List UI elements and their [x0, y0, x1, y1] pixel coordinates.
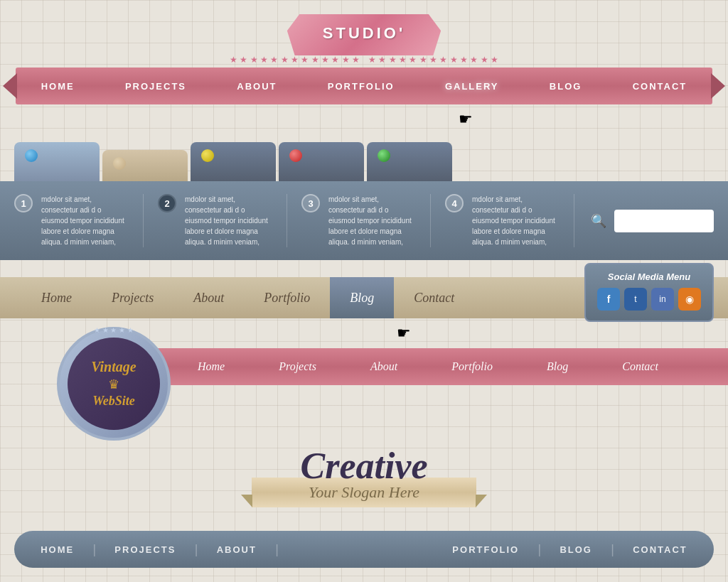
- nav-home[interactable]: HOME: [33, 75, 83, 97]
- beige-nav-projects[interactable]: Projects: [92, 291, 173, 306]
- social-icon-linkedin[interactable]: in: [651, 288, 674, 311]
- creative-section: Creative Your Slogan Here: [0, 448, 728, 507]
- social-media-title: Social Media Menu: [597, 271, 701, 282]
- pink-nav-about[interactable]: About: [370, 360, 397, 373]
- step-num-2: 2: [158, 194, 176, 212]
- divider-1: |: [92, 542, 96, 557]
- nav-about[interactable]: ABOUT: [228, 75, 285, 97]
- nav-portfolio[interactable]: PORTFOLIO: [319, 75, 403, 97]
- social-icons-row: f t in ◉: [597, 288, 701, 311]
- social-icon-facebook[interactable]: f: [597, 288, 620, 311]
- studio-badge: STUDIO': [287, 14, 441, 55]
- vintage-crown-icon: ♛: [108, 377, 119, 392]
- dot-green: [378, 149, 390, 162]
- dot-red: [289, 149, 302, 162]
- bottom-nav-projects[interactable]: PROJECTS: [109, 544, 181, 555]
- tab-section: 1 mdolor sit amet, consectetur adi d o e…: [0, 142, 728, 260]
- bottom-nav: HOME | PROJECTS | ABOUT | PORTFOLIO | BL…: [14, 531, 714, 568]
- bottom-nav-portfolio[interactable]: PORTFOLIO: [446, 544, 525, 555]
- beige-nav-portfolio[interactable]: Portfolio: [244, 291, 330, 306]
- cursor-pointer-2: ☛: [397, 324, 411, 343]
- step-text-4: mdolor sit amet, consectetur adi d o eiu…: [472, 194, 560, 247]
- dot-blue: [25, 149, 38, 162]
- step-text-1: mdolor sit amet, consectetur adi d o eiu…: [41, 194, 129, 247]
- beige-nav-contact[interactable]: Contact: [394, 291, 474, 306]
- tab-bar-body: 1 mdolor sit amet, consectetur adi d o e…: [0, 181, 728, 260]
- vintage-badge-container: ★ ★ ★ ★ ★ Vintage ♛ WebSite: [57, 327, 171, 441]
- search-input[interactable]: [614, 210, 714, 232]
- tab-tops: [0, 142, 728, 181]
- ribbon-section: STUDIO' ★ ★ ★ ★ ★ ★ ★ ★ ★ ★ ★ ★ ★ ★ ★ ★ …: [0, 14, 728, 104]
- tab-5[interactable]: [367, 142, 452, 181]
- cursor-pointer-1: ☛: [459, 110, 473, 129]
- search-icon: 🔍: [589, 211, 609, 231]
- vintage-badge-inner: Vintage ♛ WebSite: [68, 338, 160, 430]
- step-num-1: 1: [14, 194, 33, 212]
- dot-yellow: [201, 149, 214, 162]
- step-2-block: 2 mdolor sit amet, consectetur adi d o e…: [158, 194, 287, 247]
- social-icon-rss[interactable]: ◉: [678, 288, 701, 311]
- beige-nav-section: Home Projects About Portfolio Blog Conta…: [0, 277, 728, 318]
- tab-1[interactable]: [14, 142, 100, 181]
- divider-5: |: [611, 542, 614, 557]
- tab-3[interactable]: [191, 142, 276, 181]
- step-1-block: 1 mdolor sit amet, consectetur adi d o e…: [14, 194, 144, 247]
- nav-contact[interactable]: CONTACT: [624, 75, 696, 97]
- nav-projects[interactable]: PROJECTS: [117, 75, 195, 97]
- nav-blog[interactable]: BLOG: [541, 75, 591, 97]
- tab-4[interactable]: [279, 142, 364, 181]
- bottom-nav-contact[interactable]: CONTACT: [627, 544, 693, 555]
- search-area: 🔍: [589, 210, 714, 232]
- pink-nav: Home Projects About Portfolio Blog Conta…: [114, 348, 728, 385]
- pink-nav-contact[interactable]: Contact: [622, 360, 658, 373]
- step-3-block: 3 mdolor sit amet, consectetur adi d o e…: [301, 194, 431, 247]
- pink-nav-home[interactable]: Home: [198, 360, 225, 373]
- social-icon-twitter[interactable]: t: [624, 288, 647, 311]
- vintage-section: ★ ★ ★ ★ ★ Vintage ♛ WebSite Home Project…: [0, 348, 728, 385]
- beige-nav-blog[interactable]: Blog: [330, 277, 394, 318]
- ribbon-nav: HOME PROJECTS ABOUT PORTFOLIO GALLERY BL…: [16, 68, 712, 104]
- step-4-block: 4 mdolor sit amet, consectetur adi d o e…: [445, 194, 574, 247]
- step-text-2: mdolor sit amet, consectetur adi d o eiu…: [185, 194, 272, 247]
- bottom-nav-about[interactable]: ABOUT: [211, 544, 262, 555]
- dot-beige: [113, 157, 126, 170]
- vintage-badge-outer: ★ ★ ★ ★ ★ Vintage ♛ WebSite: [57, 327, 171, 441]
- bottom-nav-blog[interactable]: BLOG: [554, 544, 598, 555]
- divider-3: |: [275, 542, 279, 557]
- vintage-text-line2: WebSite: [92, 394, 135, 409]
- pink-nav-blog[interactable]: Blog: [547, 360, 568, 373]
- tab-2[interactable]: [102, 150, 188, 181]
- creative-title: Creative: [300, 448, 427, 485]
- vintage-text-line1: Vintage: [91, 359, 136, 375]
- divider-4: |: [537, 542, 541, 557]
- nav-gallery[interactable]: GALLERY: [437, 75, 508, 97]
- step-text-3: mdolor sit amet, consectetur adi d o eiu…: [328, 194, 416, 247]
- stars-right: ★ ★ ★ ★ ★ ★ ★ ★ ★ ★ ★ ★ ★: [368, 55, 498, 65]
- social-media-panel: Social Media Menu f t in ◉: [584, 263, 714, 322]
- divider-2: |: [195, 542, 198, 557]
- badge-stars: ★ ★ ★ ★ ★: [60, 326, 168, 334]
- pink-nav-projects[interactable]: Projects: [279, 360, 316, 373]
- beige-nav-about[interactable]: About: [173, 291, 244, 306]
- step-num-4: 4: [445, 194, 464, 212]
- beige-nav-home[interactable]: Home: [21, 291, 92, 306]
- step-num-3: 3: [301, 194, 320, 212]
- bottom-nav-home[interactable]: HOME: [35, 544, 80, 555]
- stars-left: ★ ★ ★ ★ ★ ★ ★ ★ ★ ★ ★ ★ ★: [230, 55, 360, 65]
- pink-nav-portfolio[interactable]: Portfolio: [451, 360, 493, 373]
- beige-nav: Home Projects About Portfolio Blog Conta…: [0, 277, 728, 318]
